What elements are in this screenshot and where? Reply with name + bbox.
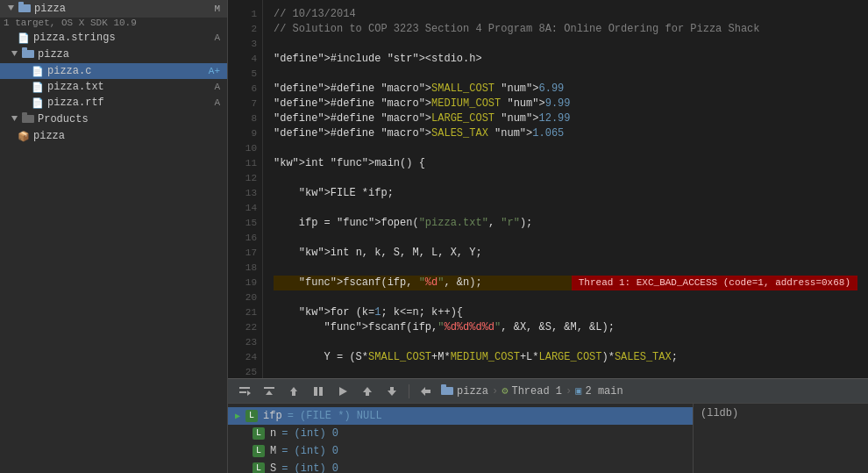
file-icon: 📄 [18,32,30,44]
sidebar-item-products[interactable]: Products [0,111,227,128]
svg-rect-4 [22,50,34,58]
svg-rect-9 [239,387,250,389]
svg-rect-20 [366,392,369,396]
debug-val-n: = (int) 0 [281,427,338,440]
sidebar-item-pizza-product[interactable]: 📦 pizza [0,128,227,144]
sidebar-file-label: pizza.strings [33,32,116,44]
code-line-25 [274,365,857,378]
code-editor[interactable]: 1234567891011121314151617181920212223242… [228,0,868,378]
code-line-16 [274,231,857,246]
error-overlay: Thread 1: EXC_BAD_ACCESS (code=1, addres… [572,276,857,290]
svg-rect-17 [319,387,323,396]
debug-var-S: S [270,462,276,473]
sidebar-item-pizza-group[interactable]: pizza [0,46,227,63]
debug-row-S[interactable]: L S = (int) 0 [228,460,693,473]
sidebar-item-pizza-rtf[interactable]: 📄 pizza.rtf A [0,95,227,111]
sidebar-item-pizza-txt[interactable]: 📄 pizza.txt A [0,79,227,95]
toolbar-sep [409,384,409,398]
svg-marker-22 [388,391,396,396]
sidebar-pizza-group-label: pizza [38,48,69,61]
line-numbers: 1234567891011121314151617181920212223242… [228,0,263,378]
sidebar-badge-a3: A [214,97,220,108]
breadcrumb-folder-icon [441,384,453,398]
sidebar-item-pizza-c[interactable]: 📄 pizza.c A+ [0,63,227,79]
svg-marker-0 [8,5,14,11]
step-over-btn[interactable] [235,382,254,401]
code-line-12 [274,171,857,186]
file-rtf-icon: 📄 [32,97,44,109]
code-line-18 [274,261,857,276]
sidebar-root[interactable]: pizza M [0,0,227,18]
code-line-22: "func">fscanf(ifp,"%d%d%d%d", &X, &S, &M… [274,320,857,335]
svg-marker-6 [11,116,18,121]
debug-panel: ▶ L ifp = (FILE *) NULL L n = (int) 0 L … [228,403,868,473]
debug-L-icon3: L [253,445,265,457]
sidebar-badge-aplus: A+ [209,66,220,76]
debug-val-S: = (int) 0 [281,462,338,473]
continue-btn[interactable] [333,382,352,401]
code-line-21: "kw">for (k=1; k<=n; k++){ [274,305,857,320]
file-c-icon: 📄 [32,66,44,77]
code-line-1: // 10/13/2014 [274,7,857,22]
code-line-19: "func">fscanf(ifp, "%d", &n);Thread 1: E… [274,276,857,290]
code-line-23 [274,335,857,350]
breadcrumb: pizza › ⚙ Thread 1 › ▣ 2 main [441,384,623,398]
debug-arrow-icon: ▶ [235,411,240,421]
sidebar-item-pizza-strings[interactable]: 📄 pizza.strings A [0,30,227,46]
location-btn[interactable] [416,382,436,401]
sidebar-products-label: Products [38,113,89,125]
step-into-btn[interactable] [260,382,279,401]
svg-rect-8 [22,112,27,116]
breadcrumb-thread: Thread 1 [511,385,562,398]
svg-rect-10 [239,391,246,393]
breadcrumb-frame-icon: ▣ [575,384,581,398]
svg-rect-15 [292,391,295,396]
code-content[interactable]: // 10/13/2014// Solution to COP 3223 Sec… [263,0,868,378]
breadcrumb-pizza: pizza [457,385,488,398]
code-line-17: "kw">int n, k, S, M, L, X, Y; [274,246,857,261]
svg-rect-21 [390,387,394,391]
svg-rect-24 [441,387,453,395]
product-icon: 📦 [18,131,30,142]
step-up-btn[interactable] [358,382,377,401]
folder3-icon [22,112,34,126]
main-area: 1234567891011121314151617181920212223242… [228,0,868,473]
code-line-10 [274,141,857,156]
code-line-3 [274,37,857,52]
svg-marker-13 [266,391,273,395]
debug-console-label: (lldb) [701,407,738,419]
svg-rect-25 [441,384,446,388]
svg-rect-12 [264,387,274,389]
debug-val-M: = (int) 0 [281,445,338,457]
bc-sep2: › [566,385,572,398]
sidebar-pizza-rtf-label: pizza.rtf [47,97,104,109]
sidebar-root-badge: M [214,4,220,14]
step-down-btn[interactable] [382,382,402,401]
code-line-5 [274,67,857,82]
code-line-13: "kw">FILE *ifp; [274,186,857,201]
svg-marker-11 [247,391,251,396]
step-out-btn[interactable] [284,382,303,401]
debug-row-n[interactable]: L n = (int) 0 [228,425,693,442]
sidebar-root-label: pizza [34,3,66,15]
sidebar-badge-a2: A [214,82,220,92]
code-line-4: "define">#include "str"><stdio.h> [274,52,857,67]
code-line-11: "kw">int "func">main() { [274,156,857,171]
debug-row-ifp[interactable]: ▶ L ifp = (FILE *) NULL [228,407,693,425]
debug-val-ifp: = (FILE *) NULL [288,410,382,422]
debug-L-icon4: L [253,462,265,473]
debug-row-M[interactable]: L M = (int) 0 [228,442,693,460]
code-line-7: "define">#define "macro">MEDIUM_COST "nu… [274,97,857,111]
sidebar-badge-a: A [214,32,220,43]
breadcrumb-thread-icon: ⚙ [502,384,508,398]
code-line-24: Y = (S*SMALL_COST+M*MEDIUM_COST+L*LARGE_… [274,350,857,365]
sidebar-pizza-txt-label: pizza.txt [47,81,104,93]
triangle-down-icon2 [11,48,18,61]
code-line-8: "define">#define "macro">LARGE_COST "num… [274,111,857,126]
pause-btn[interactable] [309,382,328,401]
code-line-14 [274,201,857,216]
bottom-toolbar: pizza › ⚙ Thread 1 › ▣ 2 main [228,378,868,403]
code-line-2: // Solution to COP 3223 Section 4 Progra… [274,22,857,37]
debug-var-M: M [270,445,276,457]
debug-var-n: n [270,427,276,440]
